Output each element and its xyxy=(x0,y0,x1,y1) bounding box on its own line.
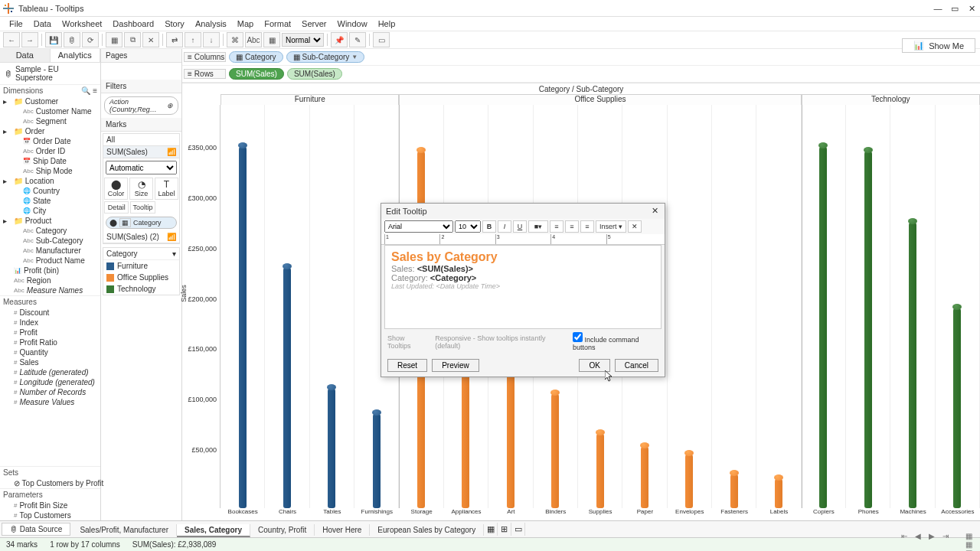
dim-state[interactable]: 🌐 State xyxy=(0,196,100,206)
show-me-button[interactable]: 📊 Show Me xyxy=(902,38,975,53)
meas-profit-ratio[interactable]: # Profit Ratio xyxy=(0,337,100,347)
menu-worksheet[interactable]: Worksheet xyxy=(57,19,106,28)
menu-help[interactable]: Help xyxy=(374,19,400,28)
reset-button[interactable]: Reset xyxy=(387,359,427,372)
meas-longitude-generated-[interactable]: # Longitude (generated) xyxy=(0,377,100,387)
legend-item[interactable]: Technology xyxy=(103,283,179,295)
meas-discount[interactable]: # Discount xyxy=(0,308,100,318)
back-button[interactable]: ← xyxy=(3,32,20,47)
dim-location[interactable]: ▸📁 Location xyxy=(0,176,100,186)
dim-segment[interactable]: Abc Segment xyxy=(0,116,100,126)
marks-sum2-tab[interactable]: SUM(Sales) (2) xyxy=(106,233,159,241)
marks-all-tab[interactable]: All xyxy=(103,134,179,146)
tooltip-editor[interactable]: Sales by Category Sales: <SUM(Sales)> Ca… xyxy=(384,245,662,329)
underline-button[interactable]: U xyxy=(513,220,527,233)
dim-category[interactable]: Abc Category xyxy=(0,226,100,236)
search-icon[interactable]: 🔍 ≡ xyxy=(81,86,97,95)
nav-prev[interactable]: ◀ xyxy=(913,532,923,551)
menu-map[interactable]: Map xyxy=(233,19,258,28)
legend-item[interactable]: Furniture xyxy=(103,260,179,272)
dim-order-date[interactable]: 📅 Order Date xyxy=(0,136,100,146)
new-story-tab[interactable]: ▭ xyxy=(511,523,525,536)
dim-product[interactable]: ▸📁 Product xyxy=(0,216,100,226)
cancel-button[interactable]: Cancel xyxy=(615,359,658,372)
dim-customer-name[interactable]: Abc Customer Name xyxy=(0,106,100,116)
analytics-tab[interactable]: Analytics xyxy=(51,49,101,62)
bar-column[interactable] xyxy=(712,105,756,508)
param-item[interactable]: # Top Customers xyxy=(0,510,100,520)
data-source-tab[interactable]: 🛢 Data Source xyxy=(2,523,70,536)
dim-sub-category[interactable]: Abc Sub-Category xyxy=(0,236,100,246)
presentation-button[interactable]: ▭ xyxy=(373,32,390,47)
detail-shelf[interactable]: Detail xyxy=(104,201,129,214)
sort-asc-button[interactable]: ↑ xyxy=(185,32,201,47)
nav-next[interactable]: ▶ xyxy=(926,532,937,551)
marks-sum-tab[interactable]: SUM(Sales) xyxy=(106,148,148,156)
align-left-button[interactable]: ≡ xyxy=(550,220,564,233)
save-button[interactable]: 💾 xyxy=(45,32,62,47)
bar-column[interactable] xyxy=(846,105,890,508)
nav-last[interactable]: ⇥ xyxy=(940,532,951,551)
preview-button[interactable]: Preview xyxy=(432,359,479,372)
bar-column[interactable] xyxy=(890,105,935,508)
new-worksheet-button[interactable]: ▦ xyxy=(106,32,122,47)
group-button[interactable]: ⌘ xyxy=(227,32,243,47)
bar-column[interactable] xyxy=(668,105,712,508)
menu-file[interactable]: File xyxy=(5,19,28,28)
sheet-tab[interactable]: Hover Here xyxy=(315,524,370,536)
italic-button[interactable]: I xyxy=(498,220,511,233)
align-center-button[interactable]: ≡ xyxy=(565,220,579,233)
dim-measure-names[interactable]: Abc Measure Names xyxy=(0,285,100,295)
marks-label-button[interactable]: Abc xyxy=(245,32,262,47)
duplicate-button[interactable]: ⧉ xyxy=(124,32,141,47)
dim-profit-bin-[interactable]: 📊 Profit (bin) xyxy=(0,266,100,276)
align-right-button[interactable]: ≡ xyxy=(580,220,594,233)
new-worksheet-tab[interactable]: ▦ xyxy=(484,523,498,536)
bar-column[interactable] xyxy=(802,105,846,508)
font-select[interactable]: Arial xyxy=(384,220,453,233)
bar-column[interactable] xyxy=(310,105,354,508)
size-shelf[interactable]: ◔Size xyxy=(129,178,153,200)
dim-order[interactable]: ▸📁 Order xyxy=(0,126,100,136)
tooltip-shelf[interactable]: Tooltip xyxy=(130,201,155,214)
fit-select[interactable]: Normal xyxy=(282,33,324,47)
dialog-close-button[interactable]: ✕ xyxy=(649,206,660,217)
legend-menu-icon[interactable]: ▾ xyxy=(172,249,176,258)
dim-region[interactable]: Abc Region xyxy=(0,276,100,285)
pin-button[interactable]: 📌 xyxy=(331,32,348,47)
meas-quantity[interactable]: # Quantity xyxy=(0,347,100,357)
label-shelf[interactable]: TLabel xyxy=(155,178,178,200)
minimize-button[interactable]: — xyxy=(929,0,946,17)
menu-data[interactable]: Data xyxy=(29,19,56,28)
bar-column[interactable] xyxy=(756,105,801,508)
dim-product-name[interactable]: Abc Product Name xyxy=(0,256,100,266)
meas-index[interactable]: # Index xyxy=(0,318,100,328)
maximize-button[interactable]: ▭ xyxy=(946,0,963,17)
bar-column[interactable] xyxy=(936,105,980,508)
dim-manufacturer[interactable]: Abc Manufacturer xyxy=(0,246,100,256)
menu-analysis[interactable]: Analysis xyxy=(191,19,231,28)
meas-measure-values[interactable]: # Measure Values xyxy=(0,397,100,407)
highlight-button[interactable]: ✎ xyxy=(349,32,366,47)
font-size-select[interactable]: 10 xyxy=(455,220,481,233)
sheet-tab[interactable]: Sales/Profit, Manufacturer xyxy=(72,524,177,536)
close-button[interactable]: ✕ xyxy=(963,0,980,17)
data-tab[interactable]: Data xyxy=(0,49,51,62)
legend-item[interactable]: Office Supplies xyxy=(103,272,179,283)
clear-button[interactable]: ✕ xyxy=(142,32,159,47)
set-item[interactable]: ⊘ Top Customers by Profit xyxy=(0,478,100,488)
menu-format[interactable]: Format xyxy=(260,19,296,28)
meas-profit[interactable]: # Profit xyxy=(0,328,100,337)
nav-slides[interactable]: ▦ ▦ ▦ xyxy=(963,532,974,551)
menu-story[interactable]: Story xyxy=(160,19,189,28)
marks-type-select[interactable]: Automatic xyxy=(106,161,177,174)
color-category-pill[interactable]: ⬤ ▦ Category xyxy=(106,217,177,229)
meas-sales[interactable]: # Sales xyxy=(0,357,100,367)
sort-desc-button[interactable]: ↓ xyxy=(203,32,220,47)
insert-field-button[interactable]: Insert ▾ xyxy=(596,220,626,233)
rows-pill-sales-1[interactable]: SUM(Sales) xyxy=(229,68,284,80)
new-datasource-button[interactable]: 🛢 xyxy=(64,32,80,47)
dim-city[interactable]: 🌐 City xyxy=(0,206,100,216)
bar-column[interactable] xyxy=(265,105,309,508)
dim-ship-date[interactable]: 📅 Ship Date xyxy=(0,156,100,166)
